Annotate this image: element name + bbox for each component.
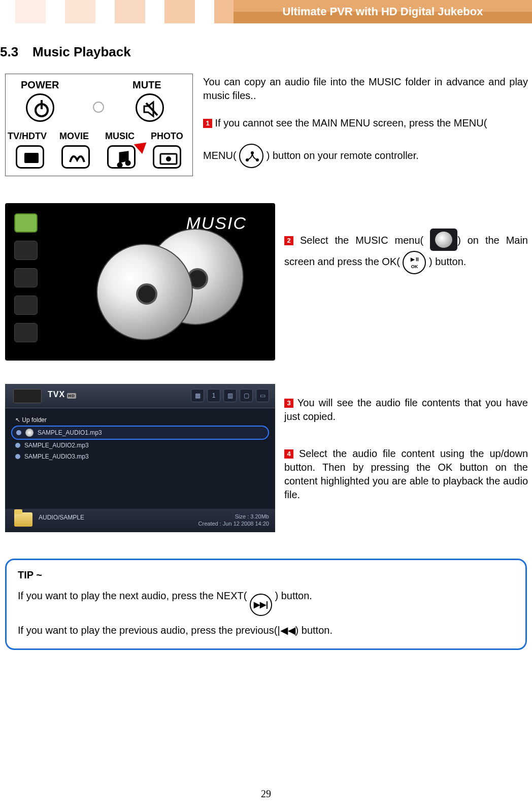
next-button-icon: ▶▶|: [250, 594, 272, 616]
step3-text: 3 You will see the audio file contents t…: [284, 396, 528, 424]
label-movie: MOVIE: [59, 131, 89, 142]
up-folder-row: ↖ Up folder: [11, 414, 269, 426]
svg-point-5: [166, 156, 171, 161]
label-power: POWER: [21, 79, 59, 91]
photo-button-icon: [153, 145, 181, 169]
file-browser-screenshot: TVXHD ▦ 1 ▥ ▢ ▭ ↖ Up folder SAMPLE_AUDIO…: [5, 384, 275, 532]
sidebar-item-movie: [14, 241, 38, 260]
tv-button-icon: [16, 145, 44, 169]
toolbar-icon: ▭: [256, 389, 269, 402]
step2-c: ) button.: [429, 256, 466, 267]
svg-rect-3: [24, 153, 39, 163]
tvx-logo: TVXHD: [48, 390, 76, 399]
music-menu-thumb-icon: [430, 229, 457, 251]
page-header-title: Ultimate PVR with HD Digital Jukebox: [234, 0, 532, 23]
step-badge-4: 4: [284, 449, 293, 459]
section-number: 5.3: [0, 44, 18, 60]
step2-text: 2 Select the MUSIC menu( ) on the Main s…: [284, 229, 528, 274]
step-badge-1: 1: [203, 119, 212, 128]
tip-line1b: ) button.: [275, 590, 312, 601]
toolbar-icon: ▢: [240, 389, 253, 402]
sidebar-item-music: [14, 268, 38, 287]
intro-and-step1: You can copy an audio file into the MUSI…: [203, 75, 528, 168]
label-photo: PHOTO: [151, 131, 183, 142]
tip-heading: TIP ~: [18, 569, 514, 581]
browser-path: AUDIO/SAMPLE: [39, 514, 84, 521]
step-badge-3: 3: [284, 399, 293, 408]
toolbar-icon: ▥: [223, 389, 237, 402]
section-title: Music Playback: [32, 44, 131, 60]
file-row: SAMPLE_AUDIO3.mp3: [11, 451, 269, 462]
toolbar-icon: ▦: [191, 389, 204, 402]
ir-led-icon: [93, 102, 104, 113]
menu-button-icon: [239, 144, 263, 168]
music-sidebar: [10, 213, 42, 350]
page-number: 29: [0, 788, 532, 800]
label-mute: MUTE: [132, 79, 161, 91]
device-icon: [13, 389, 42, 403]
step4-text: 4 Select the audio file content using th…: [284, 447, 528, 502]
remote-illustration: POWER MUTE TV/HDTV MOVIE MUSIC PHOTO: [5, 74, 193, 176]
folder-icon: [14, 512, 32, 527]
label-music: MUSIC: [105, 131, 135, 142]
music-button-icon: [107, 145, 136, 169]
movie-button-icon: [61, 145, 90, 169]
tip-line1a: If you want to play the next audio, pres…: [18, 590, 247, 601]
toolbar-icon: 1: [207, 389, 220, 402]
music-menu-screenshot: MUSIC: [5, 203, 275, 361]
svg-line-2: [146, 103, 157, 115]
step2-a: Select the MUSIC menu(: [300, 235, 423, 246]
sidebar-item-folder: [14, 213, 38, 233]
browser-toolbar-icons: ▦ 1 ▥ ▢ ▭: [191, 389, 269, 402]
step1-before: If you cannot see the MAIN MENU screen, …: [215, 117, 487, 128]
intro-text: You can copy an audio file into the MUSI…: [203, 76, 528, 101]
step-badge-2: 2: [284, 236, 293, 245]
sidebar-item-settings: [14, 323, 38, 342]
browser-file-meta: Size : 3.20MbCreated : Jun 12 2008 14:20: [198, 513, 269, 528]
file-row: SAMPLE_AUDIO2.mp3: [11, 440, 269, 451]
music-disc-graphic: [76, 229, 259, 350]
file-row-selected: SAMPLE_AUDIO1.mp3: [11, 426, 269, 440]
power-button-icon: [26, 93, 54, 122]
step1-menu-label: MENU(: [203, 150, 237, 161]
sidebar-item-photo: [14, 296, 38, 315]
mute-button-icon: [136, 93, 164, 122]
ok-button-icon: OK: [403, 251, 426, 274]
tip-line2: If you want to play the previous audio, …: [18, 624, 514, 636]
audio-file-icon: [25, 429, 34, 437]
label-tv: TV/HDTV: [8, 131, 47, 142]
step1-after: ) button on your remote controller.: [267, 150, 419, 161]
tip-box: TIP ~ If you want to play the next audio…: [5, 559, 527, 650]
